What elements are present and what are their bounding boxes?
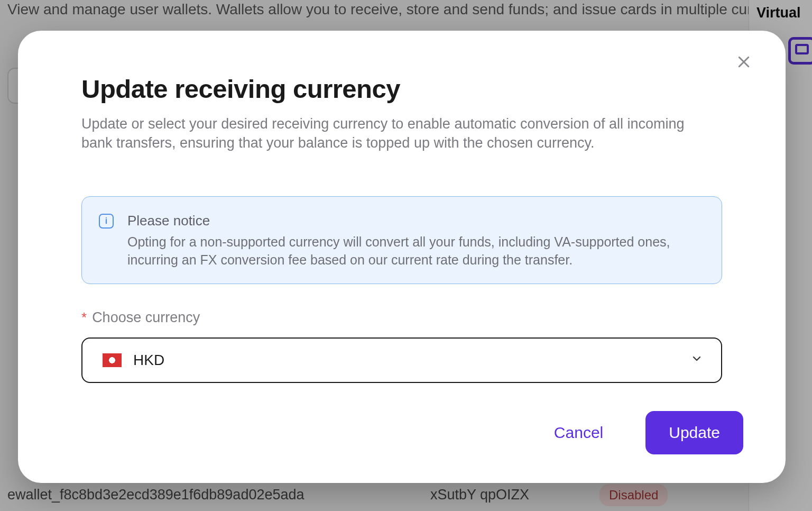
close-button[interactable]	[736, 54, 757, 75]
required-mark: *	[81, 309, 87, 326]
info-icon: i	[99, 214, 114, 229]
currency-selected-value: HKD	[133, 352, 164, 369]
flag-hk-icon	[103, 353, 122, 367]
currency-field: * Choose currency HKD	[81, 309, 722, 383]
notice-box: i Please notice Opting for a non-support…	[81, 196, 722, 285]
currency-field-label-row: * Choose currency	[81, 309, 722, 326]
update-button[interactable]: Update	[645, 411, 743, 454]
modal-subtitle: Update or select your desired receiving …	[81, 114, 705, 153]
cancel-button[interactable]: Cancel	[541, 414, 616, 451]
close-icon	[736, 54, 752, 70]
currency-select[interactable]: HKD	[81, 337, 722, 383]
notice-body: Opting for a non-supported currency will…	[127, 233, 703, 269]
modal-footer: Cancel Update	[541, 411, 743, 454]
chevron-down-icon	[690, 352, 703, 369]
notice-title: Please notice	[127, 212, 703, 230]
currency-field-label: Choose currency	[92, 309, 200, 326]
update-currency-modal: Update receiving currency Update or sele…	[18, 31, 786, 483]
modal-title: Update receiving currency	[81, 74, 722, 104]
